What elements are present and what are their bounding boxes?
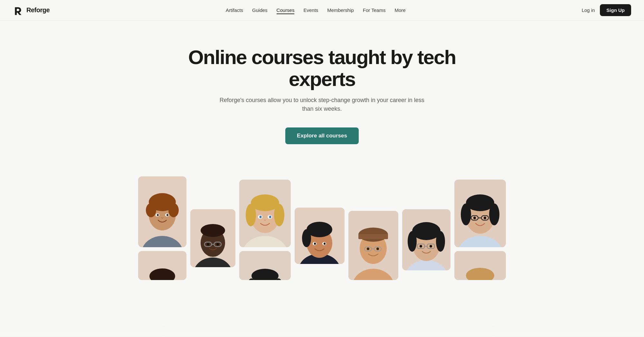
explore-courses-button[interactable]: Explore all courses — [285, 127, 359, 144]
instructor-avatar-1 — [138, 176, 186, 247]
avatar-svg-4 — [295, 208, 345, 264]
svg-point-68 — [436, 231, 445, 252]
nav-link-guides[interactable]: Guides — [252, 7, 268, 13]
instructor-avatar-7b — [454, 251, 506, 280]
fade-overlay — [0, 298, 644, 337]
svg-point-73 — [430, 245, 432, 248]
navigation: Reforge Artifacts Guides Courses Events … — [0, 0, 644, 21]
svg-rect-56 — [358, 234, 388, 239]
svg-point-61 — [376, 248, 379, 250]
nav-link-more[interactable]: More — [394, 7, 405, 13]
instructors-section — [0, 157, 644, 280]
login-button[interactable]: Log in — [582, 7, 595, 13]
nav-link-for-teams[interactable]: For Teams — [363, 7, 386, 13]
avatar-svg-1b — [138, 251, 186, 280]
avatar-svg-7 — [454, 180, 506, 247]
svg-point-9 — [157, 214, 159, 216]
nav-item-guides[interactable]: Guides — [252, 7, 268, 13]
avatar-svg-5 — [348, 211, 398, 280]
logo-link[interactable]: Reforge — [13, 5, 50, 15]
brand-name: Reforge — [26, 6, 50, 14]
avatar-svg-6 — [402, 209, 450, 270]
hero-subheading: Reforge's courses allow you to unlock st… — [217, 96, 427, 113]
instructor-avatar-1b — [138, 251, 186, 280]
svg-point-33 — [260, 216, 262, 218]
nav-item-more[interactable]: More — [394, 7, 405, 13]
svg-point-80 — [489, 203, 499, 225]
instructor-col-4 — [295, 208, 345, 264]
instructor-avatar-3 — [239, 180, 291, 247]
instructor-avatar-2 — [190, 209, 235, 267]
nav-item-membership[interactable]: Membership — [327, 7, 354, 13]
instructor-col-3 — [239, 180, 291, 280]
instructor-col-7 — [454, 180, 506, 280]
svg-point-23 — [216, 243, 219, 246]
svg-point-10 — [166, 214, 168, 216]
svg-point-18 — [201, 224, 225, 237]
avatar-svg-3b — [239, 251, 291, 280]
nav-item-events[interactable]: Events — [303, 7, 318, 13]
instructor-col-6 — [402, 209, 450, 270]
hero-heading: Online courses taught by tech experts — [177, 46, 467, 90]
instructor-avatar-7 — [454, 180, 506, 247]
svg-point-60 — [367, 248, 369, 250]
svg-point-72 — [420, 245, 422, 248]
svg-point-30 — [274, 204, 284, 226]
nav-links: Artifacts Guides Courses Events Membersh… — [226, 7, 406, 13]
svg-point-34 — [269, 216, 271, 218]
svg-point-22 — [207, 243, 209, 246]
instructor-avatar-3b — [239, 251, 291, 280]
avatar-svg-1 — [138, 176, 186, 247]
nav-link-courses[interactable]: Courses — [277, 7, 295, 14]
signup-button[interactable]: Sign Up — [600, 4, 631, 16]
svg-point-6 — [168, 203, 179, 217]
svg-point-45 — [302, 229, 311, 247]
svg-point-79 — [461, 203, 471, 225]
svg-point-67 — [408, 231, 417, 252]
nav-link-artifacts[interactable]: Artifacts — [226, 7, 243, 13]
nav-actions: Log in Sign Up — [582, 4, 631, 16]
instructor-avatar-5 — [348, 211, 398, 280]
nav-link-events[interactable]: Events — [303, 7, 318, 13]
svg-point-85 — [484, 217, 486, 219]
logo-icon — [13, 5, 23, 15]
avatar-svg-3 — [239, 180, 291, 247]
svg-point-49 — [324, 243, 326, 245]
svg-point-28 — [251, 194, 279, 211]
instructor-avatar-6 — [402, 209, 450, 270]
svg-point-29 — [246, 204, 256, 226]
avatar-svg-7b — [454, 251, 506, 280]
avatar-svg-2 — [190, 209, 235, 267]
nav-link-membership[interactable]: Membership — [327, 7, 354, 13]
nav-item-artifacts[interactable]: Artifacts — [226, 7, 243, 13]
svg-point-5 — [146, 203, 156, 217]
instructor-col-5 — [348, 211, 398, 280]
instructor-avatar-4 — [295, 208, 345, 264]
instructor-col-2 — [190, 209, 235, 267]
svg-point-66 — [412, 222, 440, 240]
hero-section: Online courses taught by tech experts Re… — [0, 21, 644, 157]
svg-point-84 — [473, 217, 476, 219]
instructor-col-1 — [138, 176, 186, 280]
nav-item-for-teams[interactable]: For Teams — [363, 7, 386, 13]
nav-item-courses[interactable]: Courses — [277, 7, 295, 13]
svg-point-48 — [314, 243, 316, 245]
